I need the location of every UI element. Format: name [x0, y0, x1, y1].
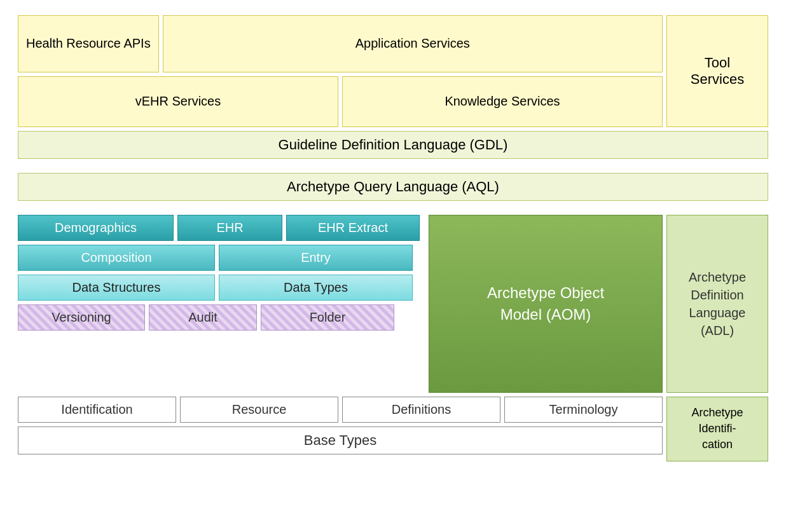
demographics-box: Demographics — [18, 215, 174, 241]
application-services-box: Application Services — [163, 15, 663, 72]
tool-services-label: Tool Services — [691, 55, 744, 88]
knowledge-services-box: Knowledge Services — [342, 76, 663, 127]
grid-row-3: Data Structures Data Types — [18, 275, 425, 301]
bottom-left: Identification Resource Definitions Term… — [18, 397, 663, 461]
base-types-box: Base Types — [18, 426, 663, 454]
identification-box: Identification — [18, 397, 176, 423]
tool-services-box: Tool Services — [666, 15, 768, 127]
folder-box: Folder — [261, 304, 394, 331]
ehr-extract-box: EHR Extract — [286, 215, 420, 241]
terminology-box: Terminology — [504, 397, 663, 423]
aql-box: Archetype Query Language (AQL) — [18, 173, 768, 201]
archetype-identification-box: Archetype Identifi- cation — [666, 397, 768, 461]
grid-row-2: Composition Entry — [18, 245, 425, 271]
vehr-services-box: vEHR Services — [18, 76, 338, 127]
health-resource-apis-box: Health Resource APIs — [18, 15, 159, 72]
top-left: Health Resource APIs Application Service… — [18, 15, 663, 127]
data-structures-box: Data Structures — [18, 275, 215, 301]
ehr-box: EHR — [177, 215, 282, 241]
aql-row: Archetype Query Language (AQL) — [18, 173, 768, 211]
row2: vEHR Services Knowledge Services — [18, 76, 663, 127]
composition-box: Composition — [18, 245, 215, 271]
bottom-section: Identification Resource Definitions Term… — [18, 397, 768, 461]
resource-box: Resource — [180, 397, 338, 423]
aom-label: Archetype Object Model (AOM) — [487, 282, 604, 325]
grid-row-1: Demographics EHR EHR Extract — [18, 215, 425, 241]
gdl-row: Guideline Definition Language (GDL) — [18, 131, 768, 169]
row1: Health Resource APIs Application Service… — [18, 15, 663, 72]
aom-box: Archetype Object Model (AOM) — [429, 215, 663, 393]
gdl-box: Guideline Definition Language (GDL) — [18, 131, 768, 159]
architecture-diagram: Health Resource APIs Application Service… — [11, 9, 775, 524]
grid-row-4: Versioning Audit Folder — [18, 304, 425, 331]
definitions-box: Definitions — [342, 397, 500, 423]
entry-box: Entry — [219, 245, 413, 271]
data-types-box: Data Types — [219, 275, 413, 301]
middle-section: Demographics EHR EHR Extract Composition… — [18, 215, 768, 393]
adl-box: Archetype Definition Language (ADL) — [666, 215, 768, 393]
audit-box: Audit — [149, 304, 257, 331]
archetype-id-label: Archetype Identifi- cation — [691, 405, 743, 453]
left-grid: Demographics EHR EHR Extract Composition… — [18, 215, 425, 393]
base-row: Base Types — [18, 426, 663, 461]
adl-label: Archetype Definition Language (ADL) — [689, 268, 746, 339]
versioning-box: Versioning — [18, 304, 145, 331]
top-section: Health Resource APIs Application Service… — [18, 15, 768, 127]
id-row: Identification Resource Definitions Term… — [18, 397, 663, 423]
